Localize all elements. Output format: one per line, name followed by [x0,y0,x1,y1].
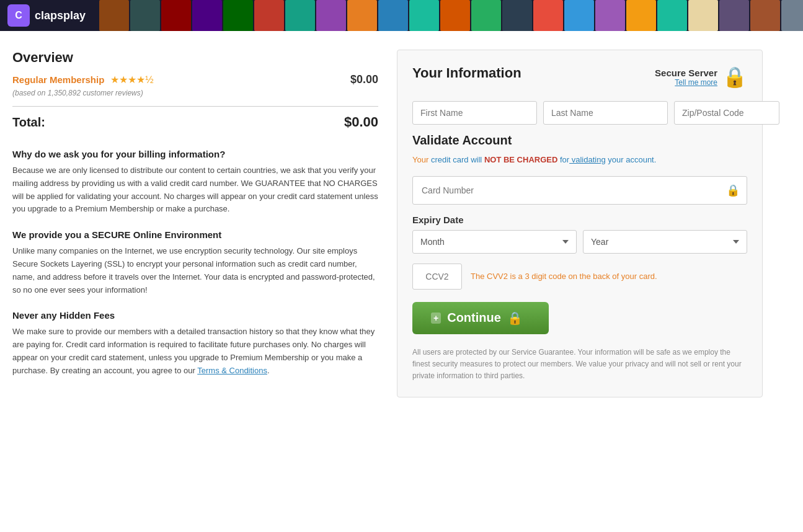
terms-suffix: . [267,366,270,375]
fees-body: We make sure to provide our members with… [12,326,378,377]
notice-validating: validating [569,155,606,164]
star-rating: ★★★★½ [110,74,153,85]
card-number-input[interactable] [412,176,747,205]
zip-input[interactable] [674,101,779,125]
divider-line [12,106,378,107]
fees-heading: Never any Hidden Fees [12,310,378,321]
album-thumb [564,0,594,31]
logo-icon: C [7,4,30,27]
membership-row: Regular Membership ★★★★½ $0.00 [12,73,378,86]
album-thumb [533,0,563,31]
album-thumb [657,0,687,31]
album-thumb [316,0,346,31]
cvv-input[interactable] [412,264,462,290]
album-thumb [347,0,377,31]
last-name-input[interactable] [543,101,668,125]
notice-will: will [469,155,482,164]
year-select[interactable]: Year202420252026202720282029203020312032 [583,230,747,254]
album-thumb [471,0,501,31]
notice-your2: your [606,155,624,164]
continue-lock-icon: 🔒 [507,311,523,326]
secure-server-box: Secure Server Tell me more 🔒 [655,65,747,89]
total-price: $0.00 [344,114,378,130]
billing-heading: Why do we ask you for your billing infor… [12,149,378,159]
secure-body: Unlike many companies on the Internet, w… [12,245,378,296]
name-row [412,101,747,125]
notice-credit: credit [428,155,450,164]
notice-your: Your [412,155,428,164]
album-thumb [378,0,408,31]
secure-lock-icon: 🔒 [722,65,747,89]
main-container: Overview Regular Membership ★★★★½ $0.00 … [0,31,803,416]
cvv-row: The CVV2 is a 3 digit code on the back o… [412,264,747,290]
notice-card: card [451,155,469,164]
album-thumb [285,0,315,31]
album-thumb [161,0,191,31]
total-row: Total: $0.00 [12,114,378,130]
album-thumb [750,0,780,31]
first-name-input[interactable] [412,101,537,125]
logo[interactable]: C clapsplay [7,4,93,27]
notice-account: account. [624,155,657,164]
album-thumb [688,0,718,31]
validate-title: Validate Account [412,133,747,148]
logo-text: clapsplay [35,9,86,22]
album-thumb [99,0,129,31]
right-panel: Your Information Secure Server Tell me m… [397,50,763,397]
left-panel: Overview Regular Membership ★★★★½ $0.00 … [12,50,397,397]
validate-notice: Your credit card will NOT BE CHARGED for… [412,154,747,166]
album-thumb [626,0,656,31]
album-thumb [595,0,625,31]
expiry-label: Expiry Date [412,215,747,225]
continue-button[interactable]: + Continue 🔒 [412,302,549,334]
membership-label-group: Regular Membership ★★★★½ [12,74,154,86]
album-thumb [409,0,439,31]
guarantee-text: All users are protected by our Service G… [412,347,747,383]
notice-for: for [557,155,569,164]
album-thumb [223,0,253,31]
header: C clapsplay [0,0,803,31]
album-thumb [254,0,284,31]
terms-link[interactable]: Terms & Conditions [197,366,267,375]
tell-more-link[interactable]: Tell me more [655,78,717,87]
reviews-text: (based on 1,350,892 customer reviews) [12,89,378,97]
album-thumb [192,0,222,31]
total-label: Total: [12,115,45,130]
continue-label: Continue [447,311,501,325]
overview-title: Overview [12,50,378,66]
card-lock-icon: 🔒 [726,184,740,197]
secure-heading: We provide you a SECURE Online Environme… [12,229,378,240]
header-album-strip [99,0,803,31]
album-thumb [502,0,532,31]
card-number-wrapper: 🔒 [412,176,747,205]
fees-body-text: We make sure to provide our members with… [12,327,375,375]
album-thumb [781,0,803,31]
secure-server-text: Secure Server Tell me more [655,68,717,87]
expiry-row: MonthJanuaryFebruaryMarchAprilMayJuneJul… [412,230,747,254]
album-thumb [130,0,160,31]
your-info-title: Your Information [412,65,521,81]
notice-not-charged: NOT BE CHARGED [482,155,557,164]
membership-label: Regular Membership [12,74,104,85]
billing-body: Because we are only licensed to distribu… [12,164,378,216]
cvv-hint: The CVV2 is a 3 digit code on the back o… [471,272,657,281]
month-select[interactable]: MonthJanuaryFebruaryMarchAprilMayJuneJul… [412,230,577,254]
membership-price: $0.00 [350,73,378,86]
album-thumb [719,0,749,31]
right-header: Your Information Secure Server Tell me m… [412,65,747,89]
plus-badge: + [431,313,441,324]
secure-label: Secure Server [655,68,717,78]
album-thumb [440,0,470,31]
